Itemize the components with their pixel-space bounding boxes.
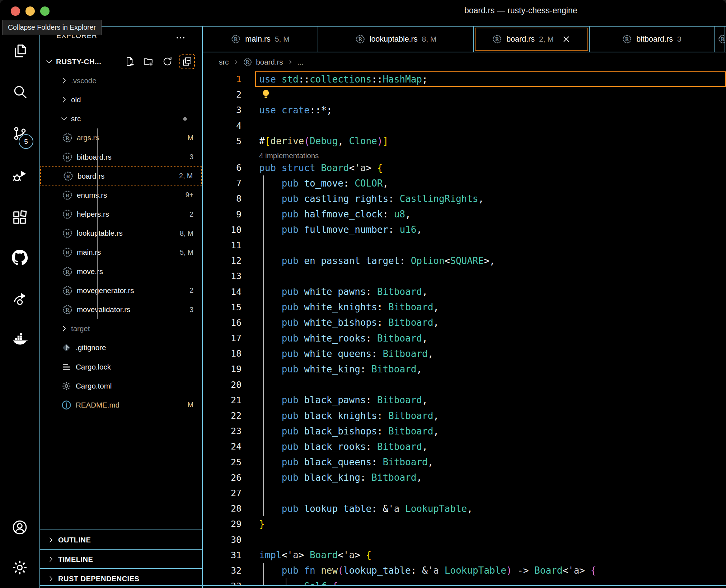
- code-line[interactable]: 30: [203, 532, 726, 547]
- line-number[interactable]: 30: [203, 535, 242, 545]
- code-line[interactable]: 6pub struct Board<'a> {: [203, 160, 726, 175]
- line-number[interactable]: 25: [203, 457, 242, 467]
- more-actions-icon[interactable]: [175, 32, 186, 42]
- close-window-button[interactable]: [11, 6, 20, 16]
- line-number[interactable]: 4: [203, 121, 242, 131]
- line-number[interactable]: 19: [203, 364, 242, 374]
- code-line[interactable]: 18 pub white_queens: Bitboard,: [203, 346, 726, 361]
- code-line[interactable]: 32 pub fn new(lookup_table: &'a LookupTa…: [203, 563, 726, 578]
- docker-activity-item[interactable]: [0, 322, 39, 357]
- tree-item-target[interactable]: target: [40, 319, 202, 338]
- code-line[interactable]: 22 pub black_knights: Bitboard,: [203, 408, 726, 423]
- search-activity-item[interactable]: [0, 75, 39, 109]
- code-line[interactable]: 31impl<'a> Board<'a> {: [203, 547, 726, 563]
- account-activity-item[interactable]: [0, 510, 39, 545]
- code-line[interactable]: 14 pub white_pawns: Bitboard,: [203, 284, 726, 299]
- line-number[interactable]: 11: [203, 240, 242, 250]
- breadcrumb-item[interactable]: board.rs: [256, 58, 283, 66]
- line-number[interactable]: 14: [203, 287, 242, 297]
- github-activity-item[interactable]: [0, 240, 39, 275]
- line-number[interactable]: 2: [203, 89, 242, 100]
- line-number[interactable]: 12: [203, 255, 242, 266]
- line-number[interactable]: 28: [203, 503, 242, 514]
- tree-item-movegenerator-rs[interactable]: Rmovegenerator.rs2: [40, 281, 202, 300]
- line-number[interactable]: 16: [203, 317, 242, 328]
- tree-item-cargo-lock[interactable]: Cargo.lock: [40, 357, 202, 376]
- line-number[interactable]: 24: [203, 441, 242, 452]
- code-line[interactable]: 9 pub halfmove_clock: u8,: [203, 207, 726, 222]
- line-number[interactable]: 33: [203, 581, 242, 585]
- line-number[interactable]: 10: [203, 225, 242, 235]
- line-number[interactable]: 22: [203, 410, 242, 421]
- line-number[interactable]: 21: [203, 395, 242, 405]
- code-line[interactable]: 1use std::collections::HashMap;: [203, 71, 726, 87]
- tree-item-bitboard-rs[interactable]: Rbitboard.rs3: [40, 147, 202, 166]
- line-number[interactable]: 27: [203, 488, 242, 498]
- code-line[interactable]: 20: [203, 377, 726, 392]
- code-line[interactable]: 12 pub en_passant_target: Option<SQUARE>…: [203, 253, 726, 268]
- code-line[interactable]: 8 pub castling_rights: CastlingRights,: [203, 191, 726, 206]
- tree-item-old[interactable]: old: [40, 90, 202, 109]
- collapse-all-icon[interactable]: [179, 54, 195, 69]
- code-line[interactable]: 16 pub white_bishops: Bitboard,: [203, 315, 726, 330]
- sidebar-section-rust-dependencies[interactable]: RUST DEPENDENCIES: [40, 568, 202, 585]
- line-number[interactable]: 13: [203, 271, 242, 281]
- line-number[interactable]: 23: [203, 426, 242, 436]
- line-number[interactable]: 31: [203, 550, 242, 560]
- code-line[interactable]: 24 pub black_rooks: Bitboard,: [203, 439, 726, 454]
- code-line[interactable]: 11: [203, 237, 726, 253]
- code-line[interactable]: 7 pub to_move: COLOR,: [203, 175, 726, 191]
- tree-item-board-rs[interactable]: Rboard.rs2, M: [40, 166, 202, 185]
- code-line[interactable]: 33 Self {: [203, 578, 726, 585]
- tree-item-main-rs[interactable]: Rmain.rs5, M: [40, 243, 202, 262]
- code-line[interactable]: 28 pub lookup_table: &'a LookupTable,: [203, 501, 726, 516]
- tree-item-src[interactable]: src: [40, 109, 202, 128]
- tab-board-rs[interactable]: R board.rs 2, M: [474, 27, 590, 52]
- line-number[interactable]: 17: [203, 333, 242, 343]
- line-number[interactable]: 8: [203, 193, 242, 204]
- files-activity-item[interactable]: [0, 34, 39, 68]
- zoom-window-button[interactable]: [40, 6, 50, 16]
- tree-item-helpers-rs[interactable]: Rhelpers.rs2: [40, 205, 202, 224]
- tab-overflow-sliver[interactable]: R: [715, 27, 725, 52]
- line-number[interactable]: 5: [203, 136, 242, 146]
- lightbulb-icon[interactable]: [260, 89, 272, 101]
- line-number[interactable]: 3: [203, 105, 242, 115]
- sidebar-section-timeline[interactable]: TIMELINE: [40, 549, 202, 569]
- tab-bitboard-rs[interactable]: R bitboard.rs 3: [590, 27, 715, 52]
- code-line[interactable]: 23 pub black_bishops: Bitboard,: [203, 423, 726, 439]
- code-line[interactable]: 19 pub white_king: Bitboard,: [203, 361, 726, 377]
- extensions-activity-item[interactable]: [0, 200, 39, 235]
- code-line[interactable]: 26 pub black_king: Bitboard,: [203, 470, 726, 485]
- new-file-icon[interactable]: [122, 55, 136, 69]
- tree-item-movevalidator-rs[interactable]: Rmovevalidator.rs3: [40, 300, 202, 319]
- tree-item--gitignore[interactable]: .gitignore: [40, 338, 202, 357]
- code-line[interactable]: 2: [203, 87, 726, 102]
- breadcrumb-item[interactable]: src: [219, 58, 229, 66]
- close-icon[interactable]: [562, 34, 571, 44]
- tree-item-project-root[interactable]: RUSTY-CH...: [40, 52, 202, 71]
- code-line[interactable]: 27: [203, 485, 726, 501]
- code-line[interactable]: 10 pub fullmove_number: u16,: [203, 222, 726, 237]
- sidebar-section-outline[interactable]: OUTLINE: [40, 530, 202, 550]
- line-number[interactable]: 29: [203, 519, 242, 529]
- tree-item-lookuptable-rs[interactable]: Rlookuptable.rs8, M: [40, 224, 202, 243]
- minimize-window-button[interactable]: [25, 6, 35, 16]
- code-line[interactable]: 29}: [203, 516, 726, 532]
- run-debug-activity-item[interactable]: [0, 159, 39, 193]
- refresh-icon[interactable]: [160, 55, 174, 69]
- tree-item-readme-md[interactable]: README.mdM: [40, 395, 202, 414]
- tree-item-args-rs[interactable]: Rargs.rsM: [40, 128, 202, 147]
- line-number[interactable]: 32: [203, 565, 242, 576]
- code-line[interactable]: 4: [203, 118, 726, 133]
- line-number[interactable]: 1: [203, 74, 242, 84]
- code-line[interactable]: 5#[derive(Debug, Clone)]: [203, 133, 726, 149]
- line-number[interactable]: 9: [203, 209, 242, 220]
- line-number[interactable]: 7: [203, 178, 242, 188]
- line-number[interactable]: 26: [203, 472, 242, 483]
- settings-gear-activity-item[interactable]: [0, 550, 39, 585]
- tree-item-enums-rs[interactable]: Renums.rs9+: [40, 185, 202, 204]
- tree-item--vscode[interactable]: .vscode: [40, 71, 202, 90]
- source-control-activity-item[interactable]: 5: [0, 116, 39, 151]
- line-number[interactable]: 6: [203, 163, 242, 173]
